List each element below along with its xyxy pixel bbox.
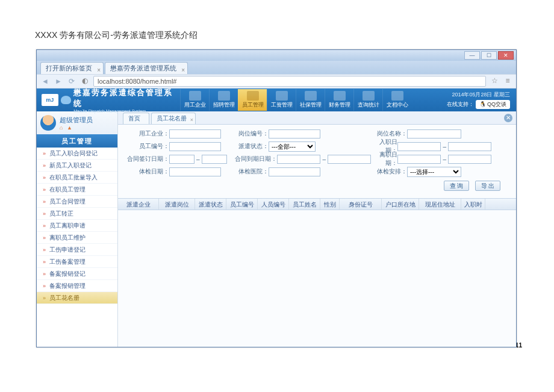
sidebar-item[interactable]: »新员工入职登记 xyxy=(37,160,117,172)
window-titlebar: — ☐ ✕ xyxy=(37,50,516,61)
grid-column-header[interactable]: 性别 xyxy=(320,199,340,210)
status-select[interactable]: ---全部--- xyxy=(269,142,316,152)
chart-icon xyxy=(363,91,375,101)
hire-date-to[interactable] xyxy=(448,142,491,151)
sign-date-from[interactable] xyxy=(169,155,195,164)
hire-date-from[interactable] xyxy=(397,142,441,151)
maximize-button[interactable]: ☐ xyxy=(481,51,497,60)
sidebar-item[interactable]: »在职员工管理 xyxy=(37,184,117,196)
arrow-icon: » xyxy=(43,199,46,205)
exam-date-input[interactable] xyxy=(169,167,221,176)
sidebar-item[interactable]: »工伤备案管理 xyxy=(37,256,117,268)
sidebar-item-label: 离职员工维护 xyxy=(49,234,86,242)
sidebar-item-label: 工伤申请登记 xyxy=(49,246,86,254)
sidebar-item[interactable]: »备案报销登记 xyxy=(37,268,117,280)
sidebar: 超级管理员 ⌂ ▲ 员工管理 »员工入职合同登记»新员工入职登记»在职员工批量导… xyxy=(37,111,118,347)
star-icon[interactable]: ☆ xyxy=(490,76,499,86)
sidebar-item[interactable]: »员工离职申请 xyxy=(37,220,117,232)
arrow-icon: » xyxy=(43,295,46,301)
grid-column-header[interactable]: 员工姓名 xyxy=(289,199,320,210)
forward-icon[interactable]: ► xyxy=(54,76,63,86)
url-input[interactable]: localhost:8080/home.html# xyxy=(93,76,486,87)
label-leavedate: 离职日期： xyxy=(371,151,397,167)
sidebar-item[interactable]: »员工花名册 xyxy=(37,292,117,304)
nav-salary[interactable]: 工资管理 xyxy=(267,89,296,111)
avatar xyxy=(40,115,56,131)
minimize-button[interactable]: — xyxy=(464,51,480,60)
grid-column-header[interactable]: 身份证号 xyxy=(340,199,382,210)
company-input[interactable] xyxy=(169,129,221,138)
support-label: 在线支持： xyxy=(447,101,474,107)
emp-no-input[interactable] xyxy=(169,142,221,151)
document-title: XXXX 劳务有限公司-劳务派遣管理系统介绍 xyxy=(35,30,198,41)
post-name-input[interactable] xyxy=(407,129,461,138)
grid-column-header[interactable]: 派遣企业 xyxy=(118,199,159,210)
post-no-input[interactable] xyxy=(269,129,320,138)
nav-docs[interactable]: 文档中心 xyxy=(382,89,411,111)
browser-tab-new[interactable]: 打开新的标签页 × xyxy=(40,62,104,74)
sidebar-item[interactable]: »离职员工维护 xyxy=(37,232,117,244)
grid-column-header[interactable]: 人员编号 xyxy=(258,199,289,210)
export-button[interactable]: 导 出 xyxy=(475,181,500,191)
menu-icon[interactable]: ≡ xyxy=(503,76,512,86)
tab-roster[interactable]: 员工花名册× xyxy=(151,113,196,124)
app-header: mJ 懋嘉劳务派遣综合管理系统 MaoJia Dispatch Manageme… xyxy=(37,89,516,111)
sidebar-item[interactable]: »在职员工批量导入 xyxy=(37,172,117,184)
query-button[interactable]: 查 询 xyxy=(444,181,469,191)
browser-tab-app[interactable]: 懋嘉劳务派遣管理系统 × xyxy=(105,62,188,74)
home-icon[interactable]: ⌂ xyxy=(60,125,63,131)
grid-column-header[interactable]: 入职时 xyxy=(461,199,485,210)
label-duedate: 合同到期日期： xyxy=(232,155,277,163)
leave-date-from[interactable] xyxy=(397,155,441,164)
sidebar-section-header: 员工管理 xyxy=(37,134,117,148)
grid-column-header[interactable]: 员工编号 xyxy=(226,199,258,210)
close-icon[interactable]: × xyxy=(190,114,193,125)
sidebar-item[interactable]: »员工合同管理 xyxy=(37,196,117,208)
nav-recruit[interactable]: 招聘管理 xyxy=(209,89,238,111)
person-icon xyxy=(247,91,259,101)
reload-icon[interactable]: ⟳ xyxy=(67,76,76,86)
qq-support-button[interactable]: QQ交谈 xyxy=(476,100,510,109)
hospital-input[interactable] xyxy=(269,167,320,176)
close-all-tabs-button[interactable]: ✕ xyxy=(504,114,512,122)
tab-home[interactable]: 首页 xyxy=(123,113,149,124)
grid-column-header[interactable]: 户口所在地 xyxy=(382,199,419,210)
sign-date-to[interactable] xyxy=(202,155,227,164)
arrow-icon: » xyxy=(43,271,46,277)
building-icon xyxy=(189,91,201,101)
back-icon[interactable]: ◄ xyxy=(40,76,50,86)
shield-icon xyxy=(305,91,317,101)
due-date-to[interactable] xyxy=(328,155,371,164)
leave-date-to[interactable] xyxy=(448,155,491,164)
sidebar-item[interactable]: »备案报销管理 xyxy=(37,280,117,292)
coin-icon xyxy=(334,91,346,101)
nav-company[interactable]: 用工企业 xyxy=(180,89,209,111)
arrow-icon: » xyxy=(43,223,46,229)
nav-employee[interactable]: 员工管理 xyxy=(238,89,267,111)
sidebar-item-label: 新员工入职登记 xyxy=(49,161,92,170)
close-icon[interactable]: × xyxy=(181,64,185,76)
close-icon[interactable]: × xyxy=(97,64,101,76)
close-window-button[interactable]: ✕ xyxy=(498,51,514,60)
admin-name: 超级管理员 xyxy=(60,116,93,125)
arrange-select[interactable]: ---选择--- xyxy=(407,167,461,177)
sidebar-item[interactable]: »员工转正 xyxy=(37,208,117,220)
label-empno: 员工编号： xyxy=(124,142,169,151)
file-icon xyxy=(391,91,403,101)
nav-insurance[interactable]: 社保管理 xyxy=(296,89,325,111)
sidebar-item[interactable]: »工伤申请登记 xyxy=(37,244,117,256)
hire-icon xyxy=(218,91,230,101)
label-postname: 岗位名称： xyxy=(371,129,407,138)
sidebar-item[interactable]: »员工入职合同登记 xyxy=(37,148,117,160)
label-status: 派遣状态： xyxy=(232,142,269,151)
grid-column-header[interactable]: 派遣岗位 xyxy=(159,199,195,210)
grid-column-header[interactable]: 派遣状态 xyxy=(195,199,226,210)
due-date-from[interactable] xyxy=(277,155,320,164)
grid-column-header[interactable]: 现居住地址 xyxy=(419,199,461,210)
current-date: 2014年05月28日 星期三 xyxy=(447,91,510,99)
label-signdate: 合同签订日期： xyxy=(124,155,169,163)
arrow-icon: » xyxy=(43,187,46,193)
nav-stats[interactable]: 查询统计 xyxy=(353,89,382,111)
user-icon[interactable]: ▲ xyxy=(67,125,72,131)
nav-finance[interactable]: 财务管理 xyxy=(325,89,353,111)
